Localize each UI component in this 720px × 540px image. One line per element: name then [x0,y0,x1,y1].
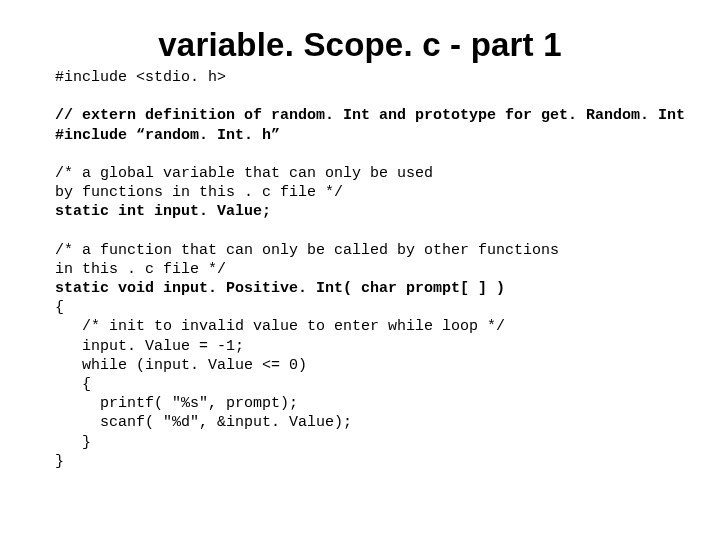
code-line: printf( "%s", prompt); [55,394,665,413]
code-line: while (input. Value <= 0) [55,356,665,375]
code-line: } [55,433,665,452]
code-block: #include <stdio. h> // extern definition… [55,68,665,471]
slide: variable. Scope. c - part 1 #include <st… [0,0,720,540]
code-line: scanf( "%d", &input. Value); [55,413,665,432]
code-line [55,87,665,106]
code-line: { [55,298,665,317]
slide-title: variable. Scope. c - part 1 [55,26,665,64]
code-line: } [55,452,665,471]
code-line: input. Value = -1; [55,337,665,356]
code-line: #include “random. Int. h” [55,126,665,145]
code-line: in this . c file */ [55,260,665,279]
code-line: static void input. Positive. Int( char p… [55,279,665,298]
code-line [55,145,665,164]
code-line: /* a function that can only be called by… [55,241,665,260]
code-line: #include <stdio. h> [55,68,665,87]
code-line: by functions in this . c file */ [55,183,665,202]
code-line [55,222,665,241]
code-line: { [55,375,665,394]
code-line: // extern definition of random. Int and … [55,106,665,125]
code-line: static int input. Value; [55,202,665,221]
code-line: /* a global variable that can only be us… [55,164,665,183]
code-line: /* init to invalid value to enter while … [55,317,665,336]
